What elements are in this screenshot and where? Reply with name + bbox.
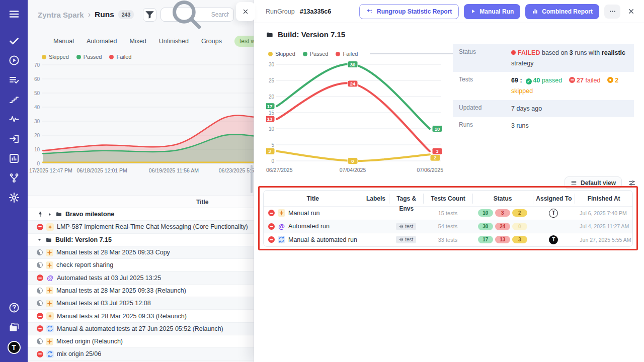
play-icon	[470, 9, 476, 14]
ellipsis-icon	[609, 8, 616, 15]
sidebar-item-imports[interactable]	[8, 133, 20, 145]
legend-item-skipped[interactable]: Skipped	[42, 54, 69, 60]
manual-run-icon	[278, 209, 285, 217]
run-list-row[interactable]: Manual tests at 28 Mar 2025 09:33 (Relau…	[28, 285, 254, 297]
sidebar-item-settings[interactable]	[8, 192, 20, 204]
scrollbar-thumb[interactable]	[251, 165, 253, 193]
legend-dot	[42, 55, 46, 59]
search-input[interactable]	[211, 11, 229, 18]
user-avatar[interactable]: T	[8, 341, 21, 354]
status-label: Status	[459, 48, 511, 68]
combined-report-button[interactable]: Combined Report	[525, 4, 599, 19]
statistic-report-button[interactable]: Rungroup Statistic Report	[359, 4, 459, 19]
column-header-tags-envs[interactable]: Tags & Envs	[389, 194, 423, 204]
table-row[interactable]: @Automated runtest54 tests30240Jul 4, 20…	[264, 220, 632, 233]
svg-text:10: 10	[435, 126, 440, 132]
legend-label: Failed	[343, 51, 358, 57]
line-chart-legend: SkippedPassedFailed	[268, 51, 477, 57]
legend-items: SkippedPassedFailed	[268, 51, 358, 57]
rungroup-id: #13a335c6	[300, 8, 332, 15]
status-pill-passed: 30	[478, 223, 493, 230]
run-list-row[interactable]: Manual & automated tests at 27 Jun 2025 …	[28, 323, 254, 335]
sidebar-item-runs[interactable]	[8, 54, 20, 66]
sidebar-item-pulse[interactable]	[8, 113, 20, 125]
status-unfinished-icon	[37, 338, 43, 344]
combined-report-label: Combined Report	[542, 8, 593, 15]
run-list-row[interactable]: @Automated tests at 03 Jul 2025 13:25	[28, 272, 254, 284]
table-row[interactable]: Manual & automated runtest33 tests17133T…	[264, 233, 632, 246]
run-list-row[interactable]: Bravo milestone	[28, 208, 254, 221]
rungroup-details: Status FAILED based on 3 runs with reali…	[453, 44, 634, 135]
legend-item-failed[interactable]: Failed	[109, 54, 131, 60]
manual-run-icon	[46, 300, 53, 307]
column-header-title[interactable]: Title	[264, 194, 362, 204]
filter-chip[interactable]: test work	[234, 36, 254, 47]
breadcrumb-page: Runs	[95, 10, 114, 19]
table-row[interactable]: Manual run15 tests1032TJul 6, 2025 7:40 …	[264, 206, 632, 220]
legend-item-passed[interactable]: Passed	[76, 54, 102, 60]
run-list-row[interactable]: Manual tests at 28 Mar 2025 09:33 Copy	[28, 246, 254, 259]
legend-item-failed[interactable]: Failed	[336, 51, 358, 57]
sidebar-item-plans[interactable]	[8, 74, 20, 86]
chevron-down-icon[interactable]	[37, 237, 42, 242]
statistic-report-label: Rungroup Statistic Report	[377, 8, 452, 15]
cell-tags: test	[389, 223, 423, 230]
status-failed-icon	[268, 210, 275, 216]
tab-unfinished[interactable]: Unfinished	[159, 38, 189, 45]
filter-button[interactable]	[143, 8, 156, 22]
run-list-row[interactable]: check report sharing	[28, 259, 254, 272]
panel-close-button[interactable]	[236, 2, 255, 21]
run-list-row[interactable]: Mixed origin (Relaunch)	[28, 335, 254, 348]
rungroup-title: Build: Version 7.15	[266, 30, 345, 39]
run-list-row[interactable]: Build: Version 7.15	[28, 234, 254, 246]
status-failed-icon	[37, 313, 43, 319]
manual-run-button[interactable]: Manual Run	[464, 4, 520, 19]
mixed-run-icon	[278, 236, 285, 243]
column-header-status[interactable]: Status	[472, 194, 533, 204]
sidebar-item-branches[interactable]	[8, 172, 20, 184]
run-list-row[interactable]: Manual tests at 03 Jul 2025 12:08	[28, 297, 254, 310]
legend-dot	[336, 52, 340, 56]
tab-groups[interactable]: Groups	[201, 38, 222, 45]
chevron-right-icon[interactable]	[47, 212, 52, 217]
folder-icon	[45, 236, 52, 243]
svg-text:30: 30	[350, 62, 356, 67]
run-list-row[interactable]: Manual tests at 28 Mar 2025 09:33 (Relau…	[28, 310, 254, 322]
column-header-assigned-to[interactable]: Assigned To	[533, 194, 575, 204]
sidebar-item-milestones[interactable]	[8, 94, 20, 106]
default-view-button[interactable]: Default view	[565, 176, 622, 189]
legend-label: Passed	[310, 51, 329, 57]
status-failed-icon	[37, 325, 43, 332]
breadcrumb-project[interactable]: Zyntra Spark	[38, 11, 84, 19]
tab-manual[interactable]: Manual	[53, 38, 74, 45]
sidebar-item-tests[interactable]	[8, 35, 20, 47]
bar-chart-icon	[532, 8, 538, 15]
sidebar-item-analytics[interactable]	[8, 152, 20, 164]
close-icon	[242, 8, 249, 15]
cell-tests-count: 33 tests	[423, 237, 472, 243]
tag-chip: test	[396, 236, 416, 243]
sidebar-item-projects[interactable]	[8, 321, 20, 333]
legend-item-passed[interactable]: Passed	[303, 51, 329, 57]
runs-panel: Zyntra Spark › Runs 243 ManualAutomatedM…	[28, 0, 254, 362]
drawer-close-button[interactable]	[627, 8, 635, 15]
sidebar-item-menu[interactable]	[8, 8, 20, 20]
tab-mixed[interactable]: Mixed	[129, 38, 146, 45]
status-failed-icon	[37, 275, 43, 281]
run-list-row[interactable]: mix origin 25/06	[28, 348, 254, 360]
column-header-labels[interactable]: Labels	[362, 194, 389, 204]
tab-automated[interactable]: Automated	[87, 38, 117, 45]
more-actions-button[interactable]	[604, 5, 620, 19]
automated-run-icon: @	[46, 274, 54, 282]
run-list-row[interactable]: LMP-587 Implement Real-Time Chat Messagi…	[28, 221, 254, 233]
column-header-finished-at[interactable]: Finished At	[575, 194, 632, 204]
tag-label: test	[405, 224, 413, 229]
search-box	[160, 8, 234, 22]
svg-text:17/2025 12:47 PM: 17/2025 12:47 PM	[29, 167, 72, 173]
sidebar-item-help[interactable]	[8, 302, 20, 314]
column-header-tests-count[interactable]: Tests Count	[423, 194, 472, 204]
column-settings-icon[interactable]	[628, 179, 636, 187]
group-trend-chart: 0510152025303021324317301006/27/202507/0…	[266, 59, 445, 176]
tabs-bar: ManualAutomatedMixedUnfinishedGroups tes…	[28, 34, 254, 48]
legend-item-skipped[interactable]: Skipped	[268, 51, 295, 57]
